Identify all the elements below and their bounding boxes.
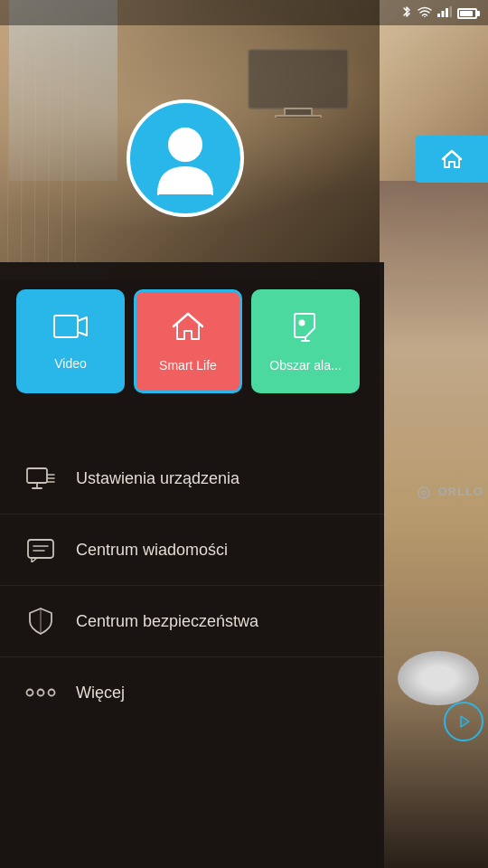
device-settings-label: Ustawienia urządzenia: [76, 469, 239, 488]
svg-line-10: [75, 25, 77, 280]
more-label: Więcej: [76, 684, 125, 703]
svg-point-30: [27, 690, 33, 696]
svg-line-5: [7, 25, 9, 280]
security-label: Centrum bezpieczeństwa: [76, 612, 258, 631]
alarm-tab-icon: [289, 310, 322, 349]
wifi-icon: [418, 6, 432, 20]
tab-alarm[interactable]: Obszar ala...: [251, 289, 360, 393]
svg-point-20: [300, 321, 305, 326]
svg-rect-1: [437, 14, 440, 17]
smart-life-tab-icon: [171, 310, 205, 349]
tab-video-label: Video: [54, 356, 87, 371]
svg-point-17: [169, 128, 202, 161]
signal-icon: [437, 6, 452, 20]
svg-rect-3: [446, 8, 448, 17]
svg-line-8: [48, 25, 50, 280]
messages-icon: [25, 534, 56, 565]
tab-smart-life[interactable]: Smart Life: [134, 289, 242, 393]
svg-rect-11: [249, 50, 348, 108]
menu-item-security[interactable]: Centrum bezpieczeństwa: [0, 586, 384, 657]
messages-label: Centrum wiadomości: [76, 541, 228, 560]
svg-rect-12: [285, 108, 312, 116]
video-tab-icon: [52, 312, 89, 347]
svg-rect-18: [54, 316, 78, 337]
menu-items: Ustawienia urządzenia Centrum wiadomości…: [0, 443, 384, 728]
orllo-label: ORLLO: [417, 485, 483, 500]
svg-rect-4: [450, 6, 453, 17]
avatar-container[interactable]: [127, 99, 244, 217]
tab-alarm-label: Obszar ala...: [269, 358, 341, 373]
menu-item-messages[interactable]: Centrum wiadomości: [0, 514, 384, 586]
avatar[interactable]: [127, 99, 244, 217]
svg-marker-19: [78, 317, 87, 335]
menu-item-more[interactable]: Więcej: [0, 657, 384, 728]
ceiling-lamp: [398, 651, 479, 705]
svg-point-0: [424, 16, 426, 17]
device-settings-icon: [25, 463, 56, 494]
svg-rect-27: [28, 540, 53, 558]
status-bar: [0, 0, 488, 25]
bluetooth-icon: [401, 5, 412, 21]
svg-point-15: [422, 491, 426, 495]
security-icon: [25, 606, 56, 637]
menu-item-device-settings[interactable]: Ustawienia urządzenia: [0, 443, 384, 514]
svg-line-9: [61, 25, 63, 280]
home-button[interactable]: [416, 136, 488, 183]
tabs-row: Video Smart Life Obszar ala...: [16, 289, 360, 393]
svg-point-14: [418, 487, 429, 498]
svg-point-31: [38, 690, 44, 696]
tab-smart-life-label: Smart Life: [159, 358, 217, 373]
svg-point-32: [49, 690, 55, 696]
svg-marker-16: [461, 716, 469, 727]
svg-rect-2: [442, 11, 445, 17]
more-icon: [25, 677, 56, 708]
svg-line-6: [21, 25, 23, 280]
play-button-right[interactable]: [444, 702, 483, 741]
tab-video[interactable]: Video: [16, 289, 125, 393]
svg-line-7: [34, 25, 36, 280]
battery-icon: [457, 6, 477, 20]
svg-rect-13: [276, 116, 321, 118]
svg-rect-21: [27, 468, 47, 483]
